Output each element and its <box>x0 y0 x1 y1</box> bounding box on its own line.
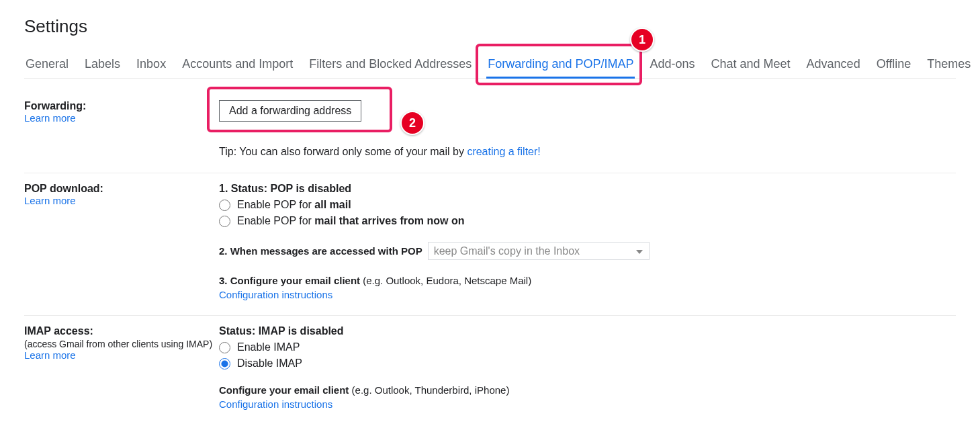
tab-forwarding[interactable]: Forwarding and POP/IMAP <box>486 50 635 78</box>
imap-learn-more-link[interactable]: Learn more <box>24 349 76 361</box>
page-title: Settings <box>24 16 956 37</box>
tab-accounts[interactable]: Accounts and Import <box>181 50 294 78</box>
tab-chat[interactable]: Chat and Meet <box>710 50 792 78</box>
imap-enable-row[interactable]: Enable IMAP <box>219 341 956 353</box>
imap-configure-rest: (e.g. Outlook, Thunderbird, iPhone) <box>349 384 509 396</box>
settings-tabs: General Labels Inbox Accounts and Import… <box>24 50 956 79</box>
pop-section: POP download: Learn more 1. Status: POP … <box>24 173 956 316</box>
pop-action-select[interactable]: keep Gmail's copy in the Inbox <box>428 242 650 260</box>
tab-advanced[interactable]: Advanced <box>805 50 862 78</box>
pop-configure-rest: (e.g. Outlook, Eudora, Netscape Mail) <box>360 275 531 286</box>
tab-inbox[interactable]: Inbox <box>135 50 167 78</box>
tab-offline[interactable]: Offline <box>875 50 913 78</box>
imap-section: IMAP access: (access Gmail from other cl… <box>24 316 956 425</box>
tab-general[interactable]: General <box>24 50 70 78</box>
imap-disable-radio[interactable] <box>219 358 230 370</box>
pop-configure-num: 3. <box>219 275 230 286</box>
forwarding-section: Forwarding: Learn more Add a forwarding … <box>24 91 956 173</box>
imap-enable-label: Enable IMAP <box>237 341 300 353</box>
pop-enable-all-radio[interactable] <box>219 200 230 211</box>
pop-enable-now-prefix: Enable POP for <box>237 215 314 226</box>
pop-status-value: POP is disabled <box>270 183 351 194</box>
forwarding-learn-more-link[interactable]: Learn more <box>24 112 76 124</box>
creating-filter-link[interactable]: creating a filter! <box>467 146 540 157</box>
annotation-circle-2: 2 <box>400 111 425 135</box>
pop-enable-now-row[interactable]: Enable POP for mail that arrives from no… <box>219 215 956 227</box>
pop-when-num: 2. <box>219 245 230 257</box>
pop-status-label: Status: <box>231 183 271 194</box>
forwarding-tip-text: Tip: You can also forward only some of y… <box>219 146 467 157</box>
pop-enable-now-bold: mail that arrives from now on <box>314 215 464 226</box>
imap-subtitle: (access Gmail from other clients using I… <box>24 339 219 349</box>
pop-enable-all-row[interactable]: Enable POP for all mail <box>219 199 956 211</box>
pop-config-instructions-link[interactable]: Configuration instructions <box>219 289 332 300</box>
pop-learn-more-link[interactable]: Learn more <box>24 195 76 206</box>
imap-title: IMAP access: <box>24 325 219 337</box>
pop-enable-all-prefix: Enable POP for <box>237 199 314 210</box>
imap-configure-bold: Configure your email client <box>219 384 349 396</box>
imap-enable-radio[interactable] <box>219 342 230 353</box>
imap-disable-label: Disable IMAP <box>237 357 302 370</box>
imap-config-instructions-link[interactable]: Configuration instructions <box>219 398 332 410</box>
tab-labels[interactable]: Labels <box>83 50 122 78</box>
pop-when-label: When messages are accessed with POP <box>230 245 422 257</box>
imap-disable-row[interactable]: Disable IMAP <box>219 357 956 370</box>
imap-status-label: Status: <box>219 325 259 337</box>
pop-enable-now-radio[interactable] <box>219 216 230 227</box>
pop-configure-bold: Configure your email client <box>230 275 360 286</box>
forwarding-title: Forwarding: <box>24 100 219 112</box>
pop-title: POP download: <box>24 183 219 195</box>
imap-status-value: IMAP is disabled <box>259 325 344 337</box>
tab-filters[interactable]: Filters and Blocked Addresses <box>308 50 473 78</box>
pop-enable-all-bold: all mail <box>314 199 351 210</box>
pop-status-num: 1. <box>219 183 231 194</box>
add-forwarding-address-button[interactable]: Add a forwarding address <box>219 100 361 122</box>
tab-themes[interactable]: Themes <box>926 50 972 78</box>
tab-addons[interactable]: Add-ons <box>648 50 696 78</box>
